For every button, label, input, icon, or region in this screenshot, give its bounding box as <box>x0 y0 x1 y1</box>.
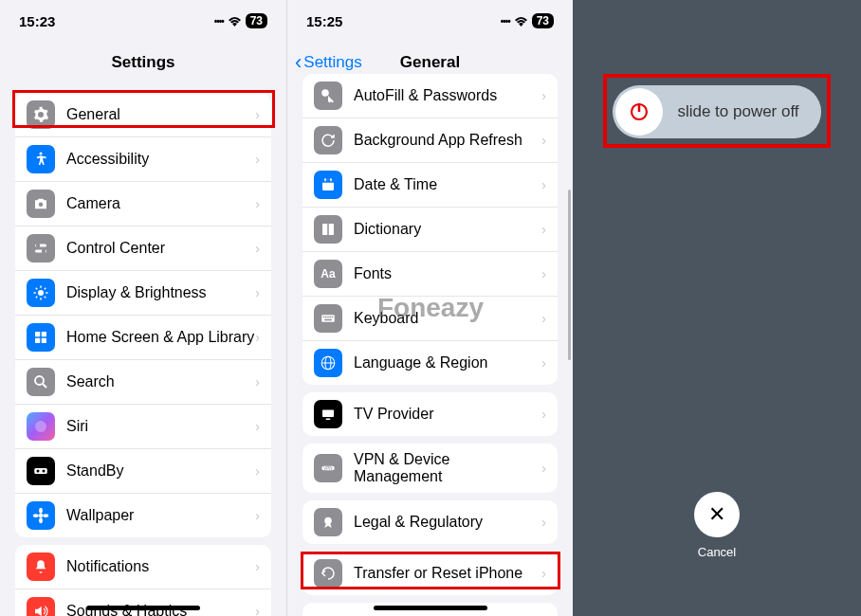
key-icon <box>314 82 342 110</box>
calendar-icon <box>314 171 342 199</box>
fonts-icon: Aa <box>314 260 342 288</box>
row-sounds-haptics[interactable]: Sounds & Haptics › <box>15 589 271 616</box>
status-time: 15:23 <box>19 13 55 29</box>
svg-rect-43 <box>324 319 332 321</box>
row-wallpaper[interactable]: Wallpaper › <box>15 494 271 537</box>
status-bar: 15:23 •••• 73 <box>0 0 286 42</box>
switches-icon <box>27 234 55 263</box>
row-label: TV Provider <box>354 406 541 423</box>
row-transfer-reset[interactable]: Transfer or Reset iPhone › <box>302 552 558 595</box>
settings-group-1: General › Accessibility › Camera › Contr… <box>15 93 271 537</box>
row-label: Background App Refresh <box>354 132 541 149</box>
row-label: Display & Brightness <box>66 284 255 301</box>
row-standby[interactable]: StandBy › <box>15 449 271 494</box>
svg-point-23 <box>37 470 40 473</box>
row-control-center[interactable]: Control Center › <box>15 226 271 271</box>
slider-text: slide to power off <box>663 102 821 121</box>
row-accessibility[interactable]: Accessibility › <box>15 137 271 182</box>
row-fonts[interactable]: Aa Fonts › <box>302 252 558 297</box>
signal-icon: •••• <box>214 16 224 27</box>
chevron-right-icon: › <box>255 196 260 211</box>
settings-screen: 15:23 •••• 73 Settings General › Accessi… <box>0 0 286 616</box>
chevron-right-icon: › <box>255 374 260 390</box>
signal-icon: •••• <box>501 16 510 27</box>
svg-line-20 <box>43 384 46 388</box>
cancel-container: ✕ Cancel <box>694 492 740 559</box>
chevron-right-icon: › <box>255 559 260 574</box>
row-keyboard[interactable]: Keyboard › <box>302 297 558 341</box>
status-time: 15:25 <box>306 13 342 29</box>
svg-rect-16 <box>42 332 46 336</box>
svg-rect-47 <box>322 410 334 418</box>
row-display-brightness[interactable]: Display & Brightness › <box>15 271 271 316</box>
chevron-right-icon: › <box>541 266 546 281</box>
vpn-icon: VPN <box>314 454 342 482</box>
general-group-3: VPN VPN & Device Management › <box>302 444 558 493</box>
slide-to-power-off[interactable]: slide to power off <box>613 85 821 138</box>
camera-icon <box>27 190 55 218</box>
row-siri[interactable]: Siri › <box>15 405 271 449</box>
chevron-right-icon: › <box>541 355 546 371</box>
book-icon <box>314 215 342 244</box>
svg-point-29 <box>43 514 48 517</box>
svg-point-21 <box>35 421 46 432</box>
scrollbar[interactable] <box>568 190 571 360</box>
keyboard-icon <box>314 304 342 333</box>
row-label: Dictionary <box>354 221 541 238</box>
row-camera[interactable]: Camera › <box>15 182 271 226</box>
home-indicator[interactable] <box>374 606 487 610</box>
chevron-right-icon: › <box>255 508 260 523</box>
row-language-region[interactable]: Language & Region › <box>302 341 558 385</box>
chevron-right-icon: › <box>541 515 546 530</box>
row-label: AutoFill & Passwords <box>354 87 541 104</box>
svg-point-28 <box>33 514 39 517</box>
status-bar: 15:25 •••• 73 <box>287 0 573 42</box>
row-label: StandBy <box>66 462 255 480</box>
back-label: Settings <box>303 53 361 72</box>
power-off-screen: slide to power off ✕ Cancel <box>573 0 861 616</box>
row-label: Search <box>66 373 255 390</box>
row-general[interactable]: General › <box>15 93 271 137</box>
chevron-right-icon: › <box>255 107 260 122</box>
wifi-icon <box>228 13 242 29</box>
cancel-button[interactable]: ✕ <box>694 492 740 537</box>
gear-icon <box>27 100 55 129</box>
power-knob[interactable] <box>615 88 663 136</box>
row-label: Transfer or Reset iPhone <box>354 565 541 582</box>
row-home-screen[interactable]: Home Screen & App Library › <box>15 316 271 360</box>
chevron-right-icon: › <box>541 311 546 326</box>
svg-point-27 <box>39 517 43 523</box>
chevron-right-icon: › <box>255 241 260 256</box>
row-tv-provider[interactable]: TV Provider › <box>302 392 558 436</box>
row-autofill[interactable]: AutoFill & Passwords › <box>302 74 558 118</box>
svg-rect-37 <box>321 315 335 322</box>
chevron-right-icon: › <box>541 566 546 581</box>
tv-icon <box>314 400 342 428</box>
cert-icon <box>314 508 342 536</box>
row-vpn[interactable]: VPN VPN & Device Management › <box>302 444 558 493</box>
grid-icon <box>27 323 55 352</box>
nav-header: Settings <box>0 42 286 83</box>
page-title: Settings <box>111 53 174 72</box>
flower-icon <box>27 501 55 530</box>
svg-rect-39 <box>325 317 327 318</box>
row-search[interactable]: Search › <box>15 360 271 405</box>
back-button[interactable]: ‹ Settings <box>295 50 362 75</box>
row-notifications[interactable]: Notifications › <box>15 545 271 589</box>
close-icon: ✕ <box>708 502 725 527</box>
row-date-time[interactable]: Date & Time › <box>302 163 558 208</box>
svg-point-0 <box>40 153 43 155</box>
home-indicator[interactable] <box>86 606 200 610</box>
row-legal[interactable]: Legal & Regulatory › <box>302 500 558 544</box>
svg-point-5 <box>42 249 46 254</box>
chevron-right-icon: › <box>541 407 546 422</box>
chevron-right-icon: › <box>255 285 260 300</box>
svg-rect-38 <box>323 317 325 318</box>
globe-icon <box>314 349 342 377</box>
row-dictionary[interactable]: Dictionary › <box>302 208 558 252</box>
svg-rect-40 <box>327 317 329 318</box>
row-label: Accessibility <box>66 151 255 168</box>
battery-badge: 73 <box>532 13 554 28</box>
row-bg-refresh[interactable]: Background App Refresh › <box>302 118 558 163</box>
general-group-1: AutoFill & Passwords › Background App Re… <box>302 74 558 385</box>
